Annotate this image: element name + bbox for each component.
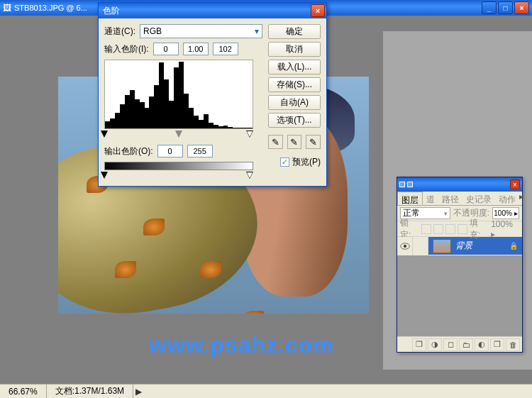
layer-list: 背景 🔒 bbox=[397, 237, 522, 336]
tab-actions[interactable]: 动作 bbox=[495, 192, 519, 205]
input-slider[interactable] bbox=[104, 131, 253, 139]
close-button[interactable]: × bbox=[514, 1, 529, 14]
status-arrow-icon[interactable]: ▶ bbox=[133, 387, 143, 397]
options-button[interactable]: 选项(T)... bbox=[268, 113, 321, 128]
new-group-icon[interactable]: 🗀 bbox=[459, 338, 473, 351]
lock-all-icon[interactable] bbox=[458, 224, 467, 234]
input-black-field[interactable] bbox=[153, 43, 179, 55]
output-slider[interactable] bbox=[104, 172, 253, 180]
lock-pixels-icon[interactable] bbox=[433, 224, 443, 234]
tab-channels[interactable]: 道 bbox=[423, 192, 438, 205]
channel-dropdown[interactable]: RGB bbox=[140, 24, 262, 38]
fill-label: 填充: bbox=[470, 217, 489, 241]
output-white-field[interactable] bbox=[187, 145, 213, 157]
app-icon: 🖼 bbox=[3, 3, 11, 13]
panel-tabs: 图层 道 路径 史记录 动作 ▸ bbox=[397, 192, 522, 206]
panel-footer: ❐ ◑ ◻ 🗀 ◐ ❐ 🗑 bbox=[397, 336, 522, 352]
histogram bbox=[104, 60, 253, 129]
tab-layers[interactable]: 图层 bbox=[397, 192, 423, 205]
levels-title: 色阶 bbox=[103, 5, 311, 17]
new-layer-icon[interactable]: ❐ bbox=[490, 338, 504, 351]
lock-icon: 🔒 bbox=[509, 242, 518, 250]
image-content bbox=[115, 261, 136, 278]
eye-icon bbox=[400, 243, 410, 250]
white-eyedropper-icon[interactable]: ✎ bbox=[306, 135, 321, 149]
black-point-slider[interactable] bbox=[101, 131, 108, 138]
layer-row[interactable]: 背景 🔒 bbox=[397, 237, 522, 255]
image-content bbox=[243, 311, 264, 314]
layers-panel: × 图层 道 路径 史记录 动作 ▸ 正常 不透明度: 100% ▸ 锁定: 填… bbox=[397, 177, 523, 353]
panel-collapse-icon[interactable] bbox=[399, 182, 405, 187]
panel-minimize-icon[interactable] bbox=[407, 182, 413, 187]
histogram-bars bbox=[105, 59, 253, 128]
levels-dialog: 色阶 × 通道(C): RGB 输入色阶(I): bbox=[98, 2, 327, 187]
lock-transparency-icon[interactable] bbox=[421, 224, 431, 234]
preview-checkbox[interactable]: ✓ bbox=[280, 157, 289, 167]
output-gradient bbox=[104, 162, 253, 170]
load-button[interactable]: 载入(L)... bbox=[268, 60, 321, 74]
fill-field[interactable]: 100% ▸ bbox=[491, 219, 519, 239]
layer-mask-icon[interactable]: ◻ bbox=[443, 338, 458, 351]
ok-button[interactable]: 确定 bbox=[268, 24, 321, 39]
layer-name[interactable]: 背景 bbox=[455, 240, 509, 252]
output-levels-label: 输出色阶(O): bbox=[104, 145, 153, 157]
image-content bbox=[143, 219, 165, 236]
channel-value: RGB bbox=[143, 26, 162, 36]
gamma-slider[interactable] bbox=[175, 131, 182, 138]
tab-paths[interactable]: 路径 bbox=[438, 192, 462, 205]
maximize-button[interactable]: □ bbox=[498, 1, 513, 14]
panel-titlebar[interactable]: × bbox=[397, 177, 522, 192]
levels-titlebar[interactable]: 色阶 × bbox=[99, 3, 326, 18]
zoom-level[interactable]: 66.67% bbox=[0, 385, 47, 398]
panel-menu-icon[interactable]: ▸ bbox=[519, 192, 523, 205]
cancel-button[interactable]: 取消 bbox=[268, 42, 321, 57]
status-bar: 66.67% 文档:1.37M/1.63M ▶ bbox=[0, 384, 532, 398]
input-white-field[interactable] bbox=[213, 43, 238, 55]
link-cell[interactable] bbox=[413, 237, 428, 255]
panel-close-button[interactable]: × bbox=[510, 179, 520, 189]
lock-position-icon[interactable] bbox=[445, 224, 455, 234]
output-black-field[interactable] bbox=[157, 145, 183, 157]
channel-label: 通道(C): bbox=[104, 26, 135, 38]
white-point-slider[interactable] bbox=[246, 131, 253, 138]
save-button[interactable]: 存储(S)... bbox=[268, 77, 321, 92]
auto-button[interactable]: 自动(A) bbox=[268, 95, 321, 110]
adjustment-layer-icon[interactable]: ◐ bbox=[475, 338, 489, 351]
output-black-slider[interactable] bbox=[101, 172, 108, 179]
link-layers-icon[interactable]: ❐ bbox=[412, 338, 426, 351]
document-size[interactable]: 文档:1.37M/1.63M bbox=[47, 385, 133, 398]
watermark-text: www.psahz.com bbox=[149, 332, 334, 358]
minimize-button[interactable]: _ bbox=[482, 1, 497, 14]
image-content bbox=[200, 261, 221, 278]
input-levels-label: 输入色阶(I): bbox=[104, 43, 149, 55]
tab-history[interactable]: 史记录 bbox=[462, 192, 495, 205]
visibility-toggle[interactable] bbox=[397, 237, 413, 255]
output-white-slider[interactable] bbox=[246, 172, 253, 179]
gray-eyedropper-icon[interactable]: ✎ bbox=[287, 135, 302, 149]
delete-layer-icon[interactable]: 🗑 bbox=[506, 338, 520, 351]
layer-thumbnail[interactable] bbox=[433, 239, 451, 253]
opacity-field[interactable]: 100% ▸ bbox=[492, 207, 519, 219]
input-gamma-field[interactable] bbox=[183, 43, 209, 55]
svg-point-1 bbox=[403, 244, 406, 247]
levels-close-button[interactable]: × bbox=[311, 4, 325, 17]
black-eyedropper-icon[interactable]: ✎ bbox=[268, 135, 283, 149]
preview-label: 预览(P) bbox=[292, 156, 321, 168]
layer-style-icon[interactable]: ◑ bbox=[428, 338, 442, 351]
